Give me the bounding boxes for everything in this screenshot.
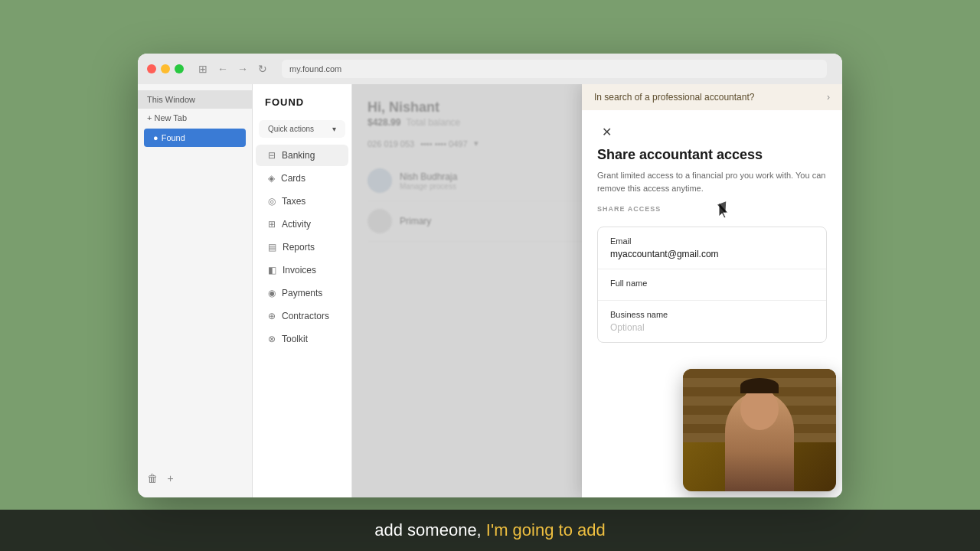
trash-icon: 🗑	[147, 472, 158, 484]
taxes-icon: ◎	[268, 196, 276, 207]
sidebar-item-banking[interactable]: ⊟ Banking	[256, 145, 348, 166]
email-label: Email	[610, 236, 814, 246]
business-label: Business name	[610, 310, 814, 319]
quick-actions-button[interactable]: Quick actions ▾	[259, 120, 345, 138]
subtitle-before: add someone,	[374, 520, 486, 540]
subtitle-bar: add someone, I'm going to add	[0, 510, 980, 551]
business-field-container[interactable]: Business name Optional	[598, 301, 826, 342]
minimize-window-button[interactable]	[161, 64, 170, 73]
modal-banner[interactable]: In search of a professional accountant? …	[582, 84, 842, 110]
fullname-field-container[interactable]: Full name	[598, 269, 826, 301]
toolkit-icon: ⊗	[268, 334, 276, 344]
fullname-label: Full name	[610, 279, 814, 288]
forward-icon[interactable]: →	[236, 62, 250, 76]
found-tab[interactable]: ● Found	[144, 129, 246, 147]
app-brand: FOUND	[253, 96, 351, 120]
activity-icon: ⊞	[268, 219, 276, 230]
address-bar[interactable]: my.found.com	[282, 60, 827, 78]
modal-description: Grant limited access to a financial pro …	[597, 169, 827, 194]
maximize-window-button[interactable]	[175, 64, 184, 73]
found-tab-icon: ●	[153, 133, 158, 142]
sidebar-item-cards[interactable]: ◈ Cards	[256, 168, 348, 189]
traffic-lights	[147, 64, 184, 73]
url-text: my.found.com	[289, 64, 341, 73]
sidebar-item-payments[interactable]: ◉ Payments	[256, 282, 348, 304]
app-nav: FOUND Quick actions ▾ ⊟ Banking ◈ Cards …	[253, 84, 352, 497]
app-content: FOUND Quick actions ▾ ⊟ Banking ◈ Cards …	[253, 84, 842, 497]
browser-sidebar: This Window + New Tab ● Found 🗑 +	[138, 84, 253, 497]
payments-icon: ◉	[268, 288, 276, 298]
sidebar-item-invoices[interactable]: ◧ Invoices	[256, 259, 348, 281]
sidebar-item-reports[interactable]: ▤ Reports	[256, 236, 348, 258]
video-thumbnail	[683, 369, 836, 491]
chevron-down-icon: ▾	[332, 125, 336, 133]
form-card: Email myaccountant@gmail.com Full name B…	[597, 227, 827, 343]
modal-header: ✕ Share accountant access Grant limited …	[582, 110, 842, 227]
close-modal-button[interactable]: ✕	[597, 122, 616, 141]
back-icon[interactable]: ←	[216, 62, 230, 76]
app-layout: This Window + New Tab ● Found 🗑 + FOUND …	[138, 84, 842, 497]
subtitle-text: add someone, I'm going to add	[31, 520, 949, 540]
close-window-button[interactable]	[147, 64, 156, 73]
sidebar-item-toolkit[interactable]: ⊗ Toolkit	[256, 328, 348, 350]
add-tab-icon[interactable]: +	[167, 472, 173, 484]
video-person	[683, 369, 836, 491]
invoices-icon: ◧	[268, 265, 276, 276]
this-window-tab[interactable]: This Window	[138, 90, 252, 109]
main-content: Hi, Nishant $428.99 Total balance 026 01…	[352, 84, 842, 497]
email-field-container[interactable]: Email myaccountant@gmail.com	[598, 227, 826, 269]
browser-window: ⊞ ← → ↻ my.found.com This Window + New T…	[138, 54, 842, 497]
reload-icon[interactable]: ↻	[256, 62, 270, 76]
subtitle-highlight: I'm going to add	[486, 520, 606, 540]
email-value: myaccountant@gmail.com	[610, 249, 814, 259]
banner-text: In search of a professional accountant?	[594, 92, 754, 103]
sidebar-toggle-icon[interactable]: ⊞	[196, 62, 210, 76]
browser-nav-icons: ⊞ ← → ↻	[196, 62, 270, 76]
sidebar-item-activity[interactable]: ⊞ Activity	[256, 214, 348, 235]
browser-sidebar-bottom: 🗑 +	[138, 465, 252, 491]
modal-title: Share accountant access	[597, 147, 827, 163]
contractors-icon: ⊕	[268, 311, 276, 321]
browser-chrome: ⊞ ← → ↻ my.found.com	[138, 54, 842, 84]
sidebar-item-contractors[interactable]: ⊕ Contractors	[256, 305, 348, 327]
cards-icon: ◈	[268, 173, 275, 184]
reports-icon: ▤	[268, 242, 276, 253]
banking-icon: ⊟	[268, 150, 276, 161]
banner-arrow-icon: ›	[827, 92, 830, 103]
new-tab-button[interactable]: + New Tab	[138, 109, 252, 127]
sidebar-item-taxes[interactable]: ◎ Taxes	[256, 191, 348, 212]
share-access-label: SHARE ACCESS	[597, 205, 827, 213]
business-placeholder: Optional	[610, 322, 814, 333]
